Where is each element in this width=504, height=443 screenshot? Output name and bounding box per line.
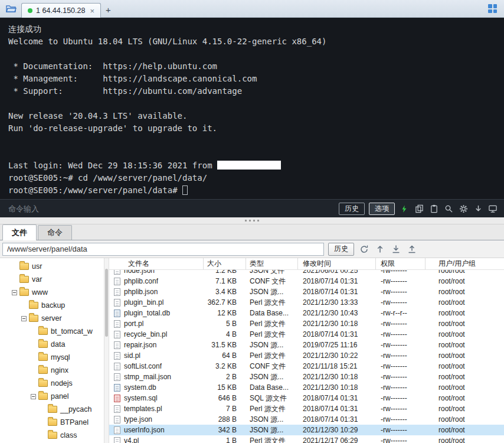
settings-button[interactable]: [458, 203, 469, 214]
column-header-filename[interactable]: 文件名: [109, 258, 204, 269]
table-row[interactable]: recycle_bin.pl 4 B Perl 源文件 2018/07/14 0…: [109, 329, 504, 340]
new-tab-button[interactable]: +: [101, 5, 116, 17]
history-button[interactable]: 历史: [339, 203, 365, 215]
command-input[interactable]: [8, 204, 335, 213]
table-row[interactable]: node.json 1.2 KB JSON 文件 2021/06/01 00:2…: [109, 270, 504, 276]
tab-files[interactable]: 文件: [2, 224, 37, 240]
file-size: 1 B: [204, 435, 246, 443]
close-tab-icon[interactable]: ×: [89, 7, 96, 15]
download-button[interactable]: [473, 203, 483, 214]
terminal-line: [8, 97, 504, 110]
file-perm: -rw-------: [376, 341, 426, 349]
tree-item[interactable]: BTPanel: [0, 416, 104, 429]
file-perm: -rw-------: [376, 277, 426, 285]
file-icon: [114, 416, 120, 424]
tree-item[interactable]: nodejs: [0, 377, 104, 390]
table-row[interactable]: stmp_mail.json 2 B JSON 源... 2021/12/30 …: [109, 372, 504, 382]
copy-button[interactable]: [414, 203, 424, 214]
table-row[interactable]: softList.conf 3.2 KB CONF 文件 2021/11/18 …: [109, 361, 504, 372]
file-name: port.pl: [124, 320, 143, 328]
connected-status-icon: [28, 8, 32, 13]
paste-button[interactable]: [428, 203, 439, 214]
file-icon: [114, 341, 120, 349]
scrollbar-thumb[interactable]: [105, 269, 108, 337]
tree-scrollbar[interactable]: [104, 258, 109, 443]
file-perm: -rw-------: [376, 426, 426, 434]
tree-item[interactable]: mysql: [0, 351, 104, 364]
session-tab-title: 1 64.44.150.28: [36, 6, 85, 15]
parent-directory-button[interactable]: [374, 243, 386, 255]
file-perm: -rw-------: [376, 394, 426, 402]
monitor-button[interactable]: [487, 203, 498, 214]
folder-icon: [29, 302, 38, 309]
file-perm: -rw-------: [376, 270, 426, 275]
table-row[interactable]: system.sql 646 B SQL 源文件 2018/07/14 01:3…: [109, 393, 504, 403]
folder-icon: [19, 276, 29, 283]
connection-manager-button[interactable]: [4, 2, 19, 16]
file-perm: -rw-------: [376, 362, 426, 370]
terminal-output[interactable]: 连接成功 Welcome to Ubuntu 18.04 LTS (GNU/Li…: [0, 18, 504, 199]
file-icon: [114, 395, 120, 402]
table-row[interactable]: type.json 288 B JSON 源... 2018/07/14 01:…: [109, 414, 504, 425]
table-row[interactable]: phplib.json 3.4 KB JSON 源... 2018/07/14 …: [109, 286, 504, 297]
session-tabbar: 1 64.44.150.28 × +: [0, 0, 504, 18]
options-button[interactable]: 选项: [369, 203, 395, 215]
tree-item[interactable]: bt_tomcat_w: [0, 325, 104, 338]
tree-item[interactable]: __pycach: [0, 403, 104, 416]
tree-item[interactable]: var: [0, 273, 104, 286]
file-name: plugin_total.db: [124, 309, 170, 317]
table-row[interactable]: phplib.conf 7.1 KB CONF 文件 2018/07/14 01…: [109, 276, 504, 286]
download-file-button[interactable]: [390, 243, 402, 255]
table-row[interactable]: system.db 15 KB Data Base... 2021/12/30 …: [109, 382, 504, 393]
session-tab[interactable]: 1 64.44.150.28 ×: [21, 3, 101, 18]
file-name: type.json: [124, 415, 152, 424]
table-row[interactable]: templates.pl 7 B Perl 源文件 2018/07/14 01:…: [109, 403, 504, 414]
column-header-perm[interactable]: 权限: [376, 258, 426, 269]
expand-toggle-icon[interactable]: [31, 394, 36, 399]
window-layout-grid-icon[interactable]: [488, 4, 497, 13]
tree-item[interactable]: backup: [0, 299, 104, 312]
folder-icon: [38, 341, 48, 348]
refresh-button[interactable]: [358, 243, 370, 255]
path-history-button[interactable]: 历史: [328, 243, 354, 256]
file-perm: -rw-------: [376, 373, 426, 381]
path-input[interactable]: [2, 243, 324, 256]
upload-file-button[interactable]: [406, 243, 418, 255]
terminal-line: [8, 48, 504, 60]
panel-splitter[interactable]: [0, 217, 504, 224]
file-size: 7.1 KB: [204, 276, 246, 286]
tree-item[interactable]: class: [0, 429, 104, 442]
table-row[interactable]: port.pl 5 B Perl 源文件 2021/12/30 10:18 -r…: [109, 318, 504, 329]
file-table: 文件名 大小 类型 修改时间 权限 用户/用户组 node.json 1.2 K…: [109, 258, 504, 443]
column-header-mtime[interactable]: 修改时间: [298, 258, 376, 269]
table-row[interactable]: v4.pl 1 B Perl 源文件 2021/12/17 06:29 -rw-…: [109, 435, 504, 443]
quick-command-button[interactable]: [399, 203, 410, 214]
file-perm: -rw-------: [376, 330, 426, 338]
column-header-type[interactable]: 类型: [246, 258, 298, 269]
redaction-block: [217, 161, 281, 170]
drag-handle-icon: [245, 220, 247, 222]
tree-item[interactable]: usr: [0, 260, 104, 273]
tree-item-label: var: [32, 275, 42, 284]
table-row[interactable]: plugin_bin.pl 362.7 KB Perl 源文件 2021/12/…: [109, 297, 504, 308]
table-row[interactable]: userInfo.json 342 B JSON 源... 2021/12/30…: [109, 425, 504, 435]
tree-item[interactable]: www: [0, 286, 104, 299]
monitor-icon: [488, 204, 498, 213]
expand-toggle-icon[interactable]: [21, 316, 27, 321]
column-header-owner[interactable]: 用户/用户组: [426, 258, 504, 269]
search-button[interactable]: [443, 203, 454, 214]
table-row[interactable]: repair.json 31.5 KB JSON 源... 2019/07/25…: [109, 340, 504, 350]
tab-commands[interactable]: 命令: [38, 225, 72, 240]
tree-item[interactable]: data: [0, 338, 104, 351]
terminal-text: * Documentation: https://help.ubuntu.com: [8, 61, 217, 71]
expand-toggle-icon[interactable]: [12, 290, 17, 295]
table-row[interactable]: plugin_total.db 12 KB Data Base... 2021/…: [109, 308, 504, 318]
tree-item[interactable]: server: [0, 312, 104, 325]
tree-item[interactable]: nginx: [0, 364, 104, 377]
tree-item[interactable]: panel: [0, 390, 104, 403]
terminal-text: * Management: https://landscape.canonica…: [8, 74, 257, 83]
table-row[interactable]: sid.pl 64 B Perl 源文件 2021/12/30 10:22 -r…: [109, 350, 504, 361]
file-type: CONF 文件: [246, 361, 298, 372]
file-icon: [114, 373, 120, 381]
column-header-size[interactable]: 大小: [204, 258, 246, 269]
